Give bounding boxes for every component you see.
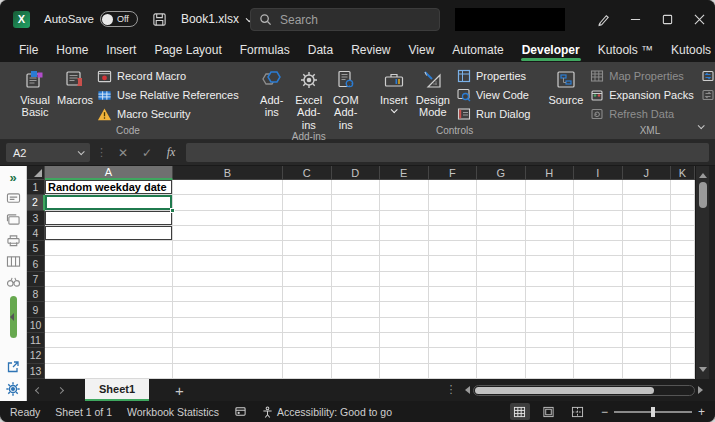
cell-E7[interactable] bbox=[380, 272, 429, 287]
source-button[interactable]: Source bbox=[546, 66, 585, 106]
cell-F2[interactable] bbox=[429, 195, 478, 210]
enter-icon[interactable]: ✓ bbox=[138, 146, 156, 160]
page-layout-view-button[interactable] bbox=[539, 403, 559, 420]
cell-E12[interactable] bbox=[380, 348, 429, 363]
cell-A7[interactable] bbox=[45, 272, 173, 287]
row-header-12[interactable]: 12 bbox=[27, 348, 45, 363]
cell-K6[interactable] bbox=[671, 256, 695, 271]
cell-B8[interactable] bbox=[173, 287, 283, 302]
scroll-down-icon[interactable] bbox=[699, 367, 707, 376]
cell-D9[interactable] bbox=[332, 302, 381, 317]
cell-H8[interactable] bbox=[526, 287, 575, 302]
cell-B3[interactable] bbox=[173, 211, 283, 226]
cell-F13[interactable] bbox=[429, 364, 478, 379]
pane-icon[interactable] bbox=[6, 213, 21, 226]
cell-K5[interactable] bbox=[671, 241, 695, 256]
cell-A12[interactable] bbox=[45, 348, 173, 363]
cell-B5[interactable] bbox=[173, 241, 283, 256]
cell-D1[interactable] bbox=[332, 180, 381, 195]
cell-H7[interactable] bbox=[526, 272, 575, 287]
excel-logo-icon[interactable]: X bbox=[13, 11, 30, 28]
cell-C1[interactable] bbox=[283, 180, 332, 195]
cell-A9[interactable] bbox=[45, 302, 173, 317]
cell-I9[interactable] bbox=[574, 302, 623, 317]
toolbar-panel-icon[interactable] bbox=[6, 192, 21, 205]
workbook-statistics-button[interactable]: Workbook Statistics bbox=[127, 406, 219, 418]
macro-record-icon[interactable] bbox=[234, 406, 247, 418]
row-header-4[interactable]: 4 bbox=[27, 226, 45, 241]
printer-icon[interactable] bbox=[6, 234, 21, 247]
cell-F6[interactable] bbox=[429, 256, 478, 271]
cell-K2[interactable] bbox=[671, 195, 695, 210]
normal-view-button[interactable] bbox=[510, 403, 530, 420]
cell-J1[interactable] bbox=[623, 180, 672, 195]
tab-file[interactable]: File bbox=[10, 38, 47, 62]
cell-A10[interactable] bbox=[45, 318, 173, 333]
tab-kutools[interactable]: Kutools ™ bbox=[589, 38, 662, 62]
cell-A4[interactable] bbox=[45, 226, 173, 241]
cell-G5[interactable] bbox=[477, 241, 526, 256]
design-mode-button[interactable]: Design Mode bbox=[414, 66, 452, 119]
cell-C4[interactable] bbox=[283, 226, 332, 241]
vertical-scrollbar[interactable] bbox=[695, 166, 709, 379]
sidebar-resize-handle[interactable] bbox=[10, 296, 17, 338]
cell-E4[interactable] bbox=[380, 226, 429, 241]
tab-page-layout[interactable]: Page Layout bbox=[145, 38, 230, 62]
cell-K9[interactable] bbox=[671, 302, 695, 317]
zoom-slider[interactable] bbox=[614, 411, 692, 413]
maximize-button[interactable] bbox=[651, 0, 683, 38]
collapse-ribbon-button[interactable] bbox=[698, 115, 703, 133]
column-header-g[interactable]: G bbox=[477, 166, 526, 180]
cell-F3[interactable] bbox=[429, 211, 478, 226]
cell-F5[interactable] bbox=[429, 241, 478, 256]
cell-J11[interactable] bbox=[623, 333, 672, 348]
cell-H4[interactable] bbox=[526, 226, 575, 241]
cell-G8[interactable] bbox=[477, 287, 526, 302]
row-header-10[interactable]: 10 bbox=[27, 318, 45, 333]
add-ins-button[interactable]: Add-ins bbox=[255, 66, 289, 119]
run-dialog-button[interactable]: Run Dialog bbox=[455, 105, 532, 123]
cell-H11[interactable] bbox=[526, 333, 575, 348]
cell-C3[interactable] bbox=[283, 211, 332, 226]
cell-F8[interactable] bbox=[429, 287, 478, 302]
open-window-icon[interactable] bbox=[6, 360, 20, 374]
cell-D6[interactable] bbox=[332, 256, 381, 271]
cancel-icon[interactable]: ✕ bbox=[114, 146, 132, 160]
row-header-1[interactable]: 1 bbox=[27, 180, 45, 195]
settings-gear-icon[interactable] bbox=[5, 381, 21, 397]
cell-B11[interactable] bbox=[173, 333, 283, 348]
row-header-13[interactable]: 13 bbox=[27, 364, 45, 379]
cell-H9[interactable] bbox=[526, 302, 575, 317]
insert-function-icon[interactable]: fx bbox=[162, 145, 180, 160]
cell-J12[interactable] bbox=[623, 348, 672, 363]
column-header-d[interactable]: D bbox=[332, 166, 381, 180]
cell-G7[interactable] bbox=[477, 272, 526, 287]
name-box[interactable]: A2 bbox=[6, 143, 90, 162]
cell-B13[interactable] bbox=[173, 364, 283, 379]
row-header-9[interactable]: 9 bbox=[27, 302, 45, 317]
cell-G10[interactable] bbox=[477, 318, 526, 333]
cell-I2[interactable] bbox=[574, 195, 623, 210]
import-button[interactable]: Import bbox=[699, 67, 715, 85]
cell-I7[interactable] bbox=[574, 272, 623, 287]
cell-H10[interactable] bbox=[526, 318, 575, 333]
tab-home[interactable]: Home bbox=[47, 38, 97, 62]
row-header-2[interactable]: 2 bbox=[27, 195, 45, 210]
cell-A8[interactable] bbox=[45, 287, 173, 302]
cell-F9[interactable] bbox=[429, 302, 478, 317]
cell-D11[interactable] bbox=[332, 333, 381, 348]
cell-D8[interactable] bbox=[332, 287, 381, 302]
cell-D12[interactable] bbox=[332, 348, 381, 363]
cell-J3[interactable] bbox=[623, 211, 672, 226]
horizontal-scroll-track[interactable] bbox=[473, 385, 695, 396]
cell-I6[interactable] bbox=[574, 256, 623, 271]
save-icon[interactable] bbox=[152, 12, 167, 27]
cell-F1[interactable] bbox=[429, 180, 478, 195]
column-header-f[interactable]: F bbox=[429, 166, 478, 180]
cell-I13[interactable] bbox=[574, 364, 623, 379]
accessibility-status[interactable]: Accessibility: Good to go bbox=[262, 406, 392, 418]
cell-E3[interactable] bbox=[380, 211, 429, 226]
cell-H3[interactable] bbox=[526, 211, 575, 226]
cell-F4[interactable] bbox=[429, 226, 478, 241]
cell-K3[interactable] bbox=[671, 211, 695, 226]
